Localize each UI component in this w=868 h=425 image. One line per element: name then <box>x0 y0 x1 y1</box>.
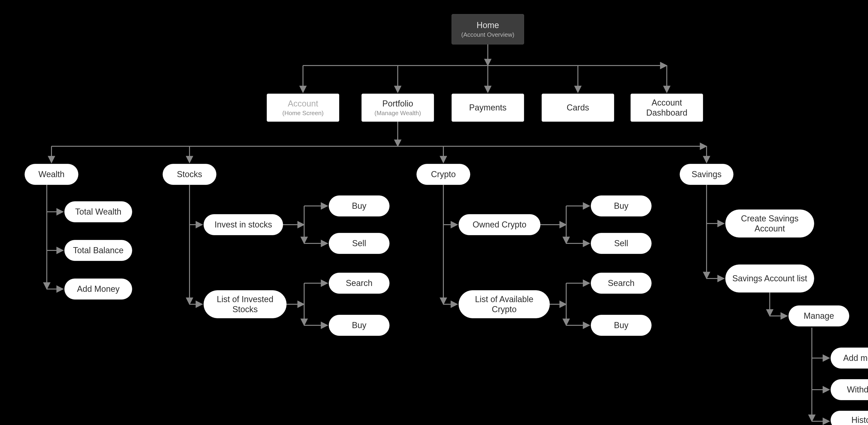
node-savings-history-title: History <box>851 415 868 425</box>
node-home-subtitle: (Account Overview) <box>461 31 515 38</box>
node-crypto: Crypto <box>416 164 470 185</box>
node-account-dashboard-title: Account Dashboard <box>637 98 697 118</box>
node-portfolio: Portfolio (Manage Wealth) <box>362 94 434 122</box>
node-invest-stocks: Invest in stocks <box>204 214 283 235</box>
node-list-invested-stocks-title: List of Invested Stocks <box>209 294 281 314</box>
node-list-available-crypto: List of Available Crypto <box>459 290 550 318</box>
node-crypto-search: Search <box>591 273 652 294</box>
node-savings-withdraw: Withdraw <box>831 379 868 400</box>
node-account-title: Account <box>288 98 318 109</box>
node-home: Home (Account Overview) <box>452 14 524 44</box>
node-manage-title: Manage <box>804 311 834 321</box>
node-crypto-buy2: Buy <box>591 315 652 336</box>
node-add-money: Add Money <box>64 278 132 300</box>
node-crypto-buy2-title: Buy <box>614 320 628 330</box>
node-savings-title: Savings <box>691 169 721 179</box>
node-portfolio-subtitle: (Manage Wealth) <box>375 110 421 117</box>
node-create-savings: Create Savings Account <box>725 209 814 238</box>
node-invest-stocks-title: Invest in stocks <box>215 219 272 230</box>
node-total-balance-title: Total Balance <box>73 245 124 255</box>
node-stocks-buy2: Buy <box>329 315 390 336</box>
node-stocks-buy-title: Buy <box>352 201 366 211</box>
sitemap-diagram: Home (Account Overview) Account (Home Sc… <box>0 0 868 425</box>
node-stocks-buy: Buy <box>329 195 390 216</box>
node-stocks-search-title: Search <box>346 278 372 288</box>
node-add-money-title: Add Money <box>77 284 120 294</box>
node-crypto-title: Crypto <box>431 169 456 179</box>
node-savings-withdraw-title: Withdraw <box>847 385 868 395</box>
node-crypto-sell: Sell <box>591 233 652 254</box>
node-stocks-search: Search <box>329 273 390 294</box>
node-stocks-sell-title: Sell <box>352 238 366 248</box>
node-payments-title: Payments <box>469 102 506 113</box>
node-crypto-sell-title: Sell <box>614 238 628 248</box>
node-wealth: Wealth <box>25 164 79 185</box>
node-account-subtitle: (Home Screen) <box>282 110 323 117</box>
node-manage: Manage <box>788 305 849 327</box>
node-savings-add-money-title: Add money <box>843 353 868 363</box>
node-stocks-sell: Sell <box>329 233 390 254</box>
node-savings: Savings <box>680 164 734 185</box>
node-payments: Payments <box>452 94 524 122</box>
node-total-wealth: Total Wealth <box>64 201 132 222</box>
node-total-wealth-title: Total Wealth <box>75 207 121 217</box>
node-stocks-buy2-title: Buy <box>352 320 366 330</box>
node-create-savings-title: Create Savings Account <box>731 213 808 234</box>
node-crypto-buy: Buy <box>591 195 652 216</box>
node-savings-history: History <box>831 411 868 425</box>
node-total-balance: Total Balance <box>64 240 132 261</box>
node-home-title: Home <box>476 20 499 30</box>
node-list-invested-stocks: List of Invested Stocks <box>204 290 287 318</box>
node-portfolio-title: Portfolio <box>382 98 413 109</box>
node-wealth-title: Wealth <box>38 169 64 179</box>
node-stocks-title: Stocks <box>177 169 202 179</box>
node-crypto-buy-title: Buy <box>614 201 628 211</box>
node-owned-crypto-title: Owned Crypto <box>473 219 526 230</box>
node-cards-title: Cards <box>567 102 589 113</box>
node-account-dashboard: Account Dashboard <box>630 94 703 122</box>
node-savings-account-list-title: Savings Account list <box>732 273 807 283</box>
node-account: Account (Home Screen) <box>267 94 339 122</box>
node-cards: Cards <box>541 94 614 122</box>
node-crypto-search-title: Search <box>608 278 634 288</box>
node-stocks: Stocks <box>163 164 216 185</box>
node-owned-crypto: Owned Crypto <box>459 214 540 235</box>
node-savings-account-list: Savings Account list <box>725 265 814 293</box>
node-list-available-crypto-title: List of Available Crypto <box>464 294 544 314</box>
node-savings-add-money: Add money <box>831 347 868 369</box>
